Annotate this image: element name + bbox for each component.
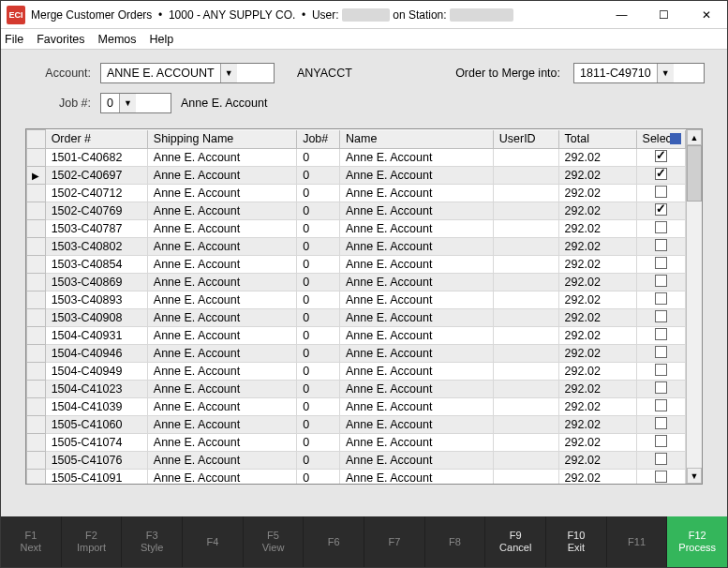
fkey-f9-cancel[interactable]: F9Cancel	[485, 516, 546, 567]
cell-select[interactable]	[636, 470, 685, 485]
table-row[interactable]: 1502-C40769Anne E. Account0Anne E. Accou…	[27, 202, 686, 220]
account-combo[interactable]: ANNE E. ACCOUNT ▼	[100, 63, 275, 83]
cell-userid	[493, 202, 558, 220]
fkey-label: Import	[77, 542, 106, 554]
table-row[interactable]: 1505-C41091Anne E. Account0Anne E. Accou…	[27, 470, 686, 485]
cell-select[interactable]	[636, 381, 685, 398]
cell-select[interactable]	[636, 416, 685, 434]
cell-select[interactable]	[636, 149, 685, 167]
col-order[interactable]: Order #	[45, 130, 147, 149]
col-name[interactable]: Name	[340, 130, 494, 149]
menu-help[interactable]: Help	[150, 33, 174, 46]
table-row[interactable]: 1504-C41023Anne E. Account0Anne E. Accou…	[27, 381, 686, 398]
table-row[interactable]: 1504-C40931Anne E. Account0Anne E. Accou…	[27, 327, 686, 345]
checkbox-icon[interactable]	[655, 221, 667, 233]
table-row[interactable]: 1503-C40854Anne E. Account0Anne E. Accou…	[27, 256, 686, 274]
checkbox-icon[interactable]	[655, 417, 667, 429]
col-select[interactable]: Select	[636, 130, 685, 149]
table-row[interactable]: 1504-C40946Anne E. Account0Anne E. Accou…	[27, 345, 686, 363]
table-row[interactable]: 1504-C40949Anne E. Account0Anne E. Accou…	[27, 363, 686, 381]
col-job[interactable]: Job#	[297, 130, 340, 149]
checkbox-icon[interactable]	[655, 203, 667, 216]
col-userid[interactable]: UserID	[493, 130, 558, 149]
cell-job: 0	[297, 256, 340, 274]
cell-userid	[493, 345, 558, 363]
cell-select[interactable]	[636, 202, 685, 220]
menu-favorites[interactable]: Favorites	[37, 33, 84, 46]
table-row[interactable]: 1502-C40712Anne E. Account0Anne E. Accou…	[27, 185, 686, 202]
vertical-scrollbar[interactable]: ▲ ▼	[686, 129, 702, 484]
job-combo[interactable]: 0 ▼	[100, 93, 171, 113]
table-row[interactable]: 1501-C40682Anne E. Account0Anne E. Accou…	[27, 149, 686, 167]
cell-select[interactable]	[636, 327, 685, 345]
table-row[interactable]: 1503-C40893Anne E. Account0Anne E. Accou…	[27, 291, 686, 309]
cell-order: 1504-C40949	[45, 363, 147, 381]
col-shipping[interactable]: Shipping Name	[147, 130, 296, 149]
cell-job: 0	[297, 291, 340, 309]
table-row[interactable]: ▶1502-C40697Anne E. Account0Anne E. Acco…	[27, 167, 686, 185]
checkbox-icon[interactable]	[655, 186, 667, 198]
table-row[interactable]: 1503-C40787Anne E. Account0Anne E. Accou…	[27, 220, 686, 238]
cell-order: 1504-C41039	[45, 398, 147, 416]
cell-select[interactable]	[636, 220, 685, 238]
cell-userid	[493, 398, 558, 416]
checkbox-icon[interactable]	[655, 150, 667, 162]
checkbox-icon[interactable]	[655, 453, 667, 465]
checkbox-icon[interactable]	[655, 292, 667, 305]
cell-select[interactable]	[636, 238, 685, 256]
select-all-icon[interactable]	[670, 133, 681, 144]
scroll-down-icon[interactable]: ▼	[687, 468, 702, 484]
checkbox-icon[interactable]	[655, 310, 667, 322]
titlebar[interactable]: ECI Merge Customer Orders • 1000 - ANY S…	[1, 1, 727, 29]
col-total[interactable]: Total	[558, 130, 636, 149]
minimize-button[interactable]: —	[601, 1, 643, 29]
fkey-f12-process[interactable]: F12Process	[667, 516, 727, 567]
cell-name: Anne E. Account	[340, 345, 494, 363]
checkbox-icon[interactable]	[655, 328, 667, 340]
orders-table[interactable]: Order # Shipping Name Job# Name UserID T…	[26, 129, 686, 484]
row-indicator	[27, 345, 46, 363]
checkbox-icon[interactable]	[655, 435, 667, 447]
cell-select[interactable]	[636, 274, 685, 291]
checkbox-icon[interactable]	[655, 257, 667, 269]
scroll-up-icon[interactable]: ▲	[687, 129, 702, 145]
table-row[interactable]: 1503-C40802Anne E. Account0Anne E. Accou…	[27, 238, 686, 256]
checkbox-icon[interactable]	[655, 399, 667, 411]
cell-select[interactable]	[636, 452, 685, 470]
scroll-track[interactable]	[687, 145, 702, 468]
cell-select[interactable]	[636, 434, 685, 452]
cell-select[interactable]	[636, 291, 685, 309]
cell-select[interactable]	[636, 185, 685, 202]
chevron-down-icon[interactable]: ▼	[220, 64, 237, 82]
table-row[interactable]: 1505-C41076Anne E. Account0Anne E. Accou…	[27, 452, 686, 470]
cell-userid	[493, 434, 558, 452]
maximize-button[interactable]: ☐	[643, 1, 685, 29]
order-merge-combo[interactable]: 1811-C49710 ▼	[573, 63, 705, 83]
close-button[interactable]: ✕	[685, 1, 727, 29]
chevron-down-icon[interactable]: ▼	[119, 94, 136, 112]
cell-select[interactable]	[636, 309, 685, 327]
checkbox-icon[interactable]	[655, 275, 667, 287]
cell-select[interactable]	[636, 256, 685, 274]
checkbox-icon[interactable]	[655, 346, 667, 358]
chevron-down-icon[interactable]: ▼	[657, 64, 674, 82]
table-row[interactable]: 1504-C41039Anne E. Account0Anne E. Accou…	[27, 398, 686, 416]
checkbox-icon[interactable]	[655, 471, 667, 483]
checkbox-icon[interactable]	[655, 239, 667, 251]
table-row[interactable]: 1503-C40908Anne E. Account0Anne E. Accou…	[27, 309, 686, 327]
cell-select[interactable]	[636, 345, 685, 363]
menu-memos[interactable]: Memos	[98, 33, 137, 46]
footer-bar: F1NextF2ImportF3StyleF4F5ViewF6F7F8F9Can…	[1, 516, 727, 567]
checkbox-icon[interactable]	[655, 381, 667, 394]
cell-select[interactable]	[636, 398, 685, 416]
table-row[interactable]: 1503-C40869Anne E. Account0Anne E. Accou…	[27, 274, 686, 291]
cell-select[interactable]	[636, 167, 685, 185]
scroll-thumb[interactable]	[687, 145, 702, 202]
checkbox-icon[interactable]	[655, 168, 667, 180]
table-row[interactable]: 1505-C41060Anne E. Account0Anne E. Accou…	[27, 416, 686, 434]
fkey-f10-exit[interactable]: F10Exit	[546, 516, 607, 567]
menu-file[interactable]: File	[5, 33, 23, 46]
cell-select[interactable]	[636, 363, 685, 381]
checkbox-icon[interactable]	[655, 364, 667, 376]
table-row[interactable]: 1505-C41074Anne E. Account0Anne E. Accou…	[27, 434, 686, 452]
